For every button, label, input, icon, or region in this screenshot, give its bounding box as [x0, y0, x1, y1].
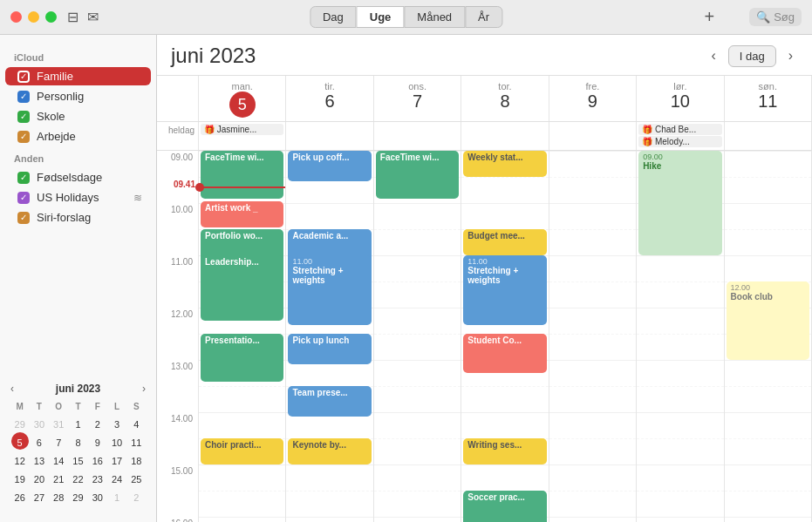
minimize-button[interactable]	[28, 11, 39, 23]
hour-line	[725, 203, 811, 204]
mini-cal-day[interactable]: 8	[69, 432, 86, 450]
event-mon-0[interactable]: FaceTime wi...	[201, 151, 283, 199]
event-mon-5[interactable]: Choir practi...	[201, 438, 283, 464]
mini-cal-day[interactable]: 3	[108, 414, 126, 431]
search-bar[interactable]: 🔍 Søg	[749, 8, 802, 26]
mini-cal-day[interactable]: 29	[11, 414, 29, 431]
allday-cell-tue	[286, 122, 373, 150]
mini-cal-day[interactable]: 9	[89, 432, 106, 450]
half-hour-line	[461, 177, 548, 178]
mini-cal-day[interactable]: 2	[127, 487, 145, 505]
half-hour-line	[549, 229, 636, 230]
sidebar-item-skole[interactable]: ✓ Skole	[5, 107, 151, 125]
event-sat-0[interactable]: 09.00Hike	[638, 151, 721, 255]
titlebar: ⊟ ✉ + Dag Uge Måned År 🔍 Søg	[0, 0, 812, 35]
sidebar-item-familie[interactable]: ✓ Familie	[5, 67, 151, 85]
half-hour-line	[725, 491, 811, 491]
mini-cal-day[interactable]: 23	[89, 469, 106, 486]
mini-cal-day[interactable]: 20	[31, 469, 48, 486]
time-label: 09.00	[157, 151, 199, 203]
mini-cal-day[interactable]: 4	[127, 414, 145, 431]
mini-cal-day[interactable]: 13	[31, 451, 48, 468]
time-label: 11.00	[157, 255, 199, 308]
tab-uge[interactable]: Uge	[357, 6, 405, 28]
day-name-tue: tir.	[290, 81, 369, 92]
mini-cal-day[interactable]: 2	[89, 414, 106, 431]
maximize-button[interactable]	[45, 11, 57, 23]
mini-cal-day[interactable]: 25	[127, 469, 145, 486]
mini-cal-day[interactable]: 22	[69, 469, 86, 486]
tab-aar[interactable]: År	[465, 6, 502, 28]
sidebar-item-personlig[interactable]: ✓ Personlig	[5, 87, 151, 105]
mini-cal-day[interactable]: 12	[11, 451, 29, 468]
event-thu-4[interactable]: Writing ses...	[463, 438, 546, 464]
allday-event-melody[interactable]: 🎁 Melody...	[638, 136, 721, 147]
close-button[interactable]	[10, 11, 22, 23]
mini-cal-day[interactable]: 30	[31, 414, 48, 431]
mini-cal-day[interactable]: 6	[31, 432, 48, 450]
mini-cal-day[interactable]: 27	[31, 487, 48, 505]
hour-line	[549, 360, 636, 361]
mini-cal-day[interactable]: 17	[108, 451, 126, 468]
event-mon-1[interactable]: Artist work _	[201, 201, 283, 227]
event-thu-3[interactable]: Student Co...	[463, 334, 546, 373]
event-thu-5[interactable]: Soccer prac...	[463, 491, 546, 522]
mini-cal-day[interactable]: 26	[11, 487, 29, 505]
mini-cal-day[interactable]: 28	[50, 487, 67, 505]
hour-line	[286, 464, 372, 465]
mini-cal-day[interactable]: 19	[11, 469, 29, 486]
mini-cal-day[interactable]: 1	[69, 414, 86, 431]
event-tue-0[interactable]: Pick up coff...	[288, 151, 371, 181]
mini-cal-day[interactable]: 30	[89, 487, 106, 505]
event-mon-3[interactable]: Leadership...	[201, 255, 283, 321]
mini-cal-day[interactable]: 29	[69, 487, 86, 505]
mini-cal-day[interactable]: 5	[11, 432, 29, 450]
mini-cal-day[interactable]: 15	[69, 451, 86, 468]
mini-cal-day[interactable]: 14	[50, 451, 67, 468]
day-col-wednesday: FaceTime wi...19.00Homework	[374, 151, 461, 522]
mini-cal-next[interactable]: ›	[142, 383, 146, 395]
mini-cal-day[interactable]: 10	[108, 432, 126, 450]
half-hour-line	[374, 438, 461, 439]
event-sun-0[interactable]: 12.00Book club	[727, 281, 809, 360]
sidebar-item-usholidays[interactable]: ✓ US Holidays ≋	[5, 188, 151, 207]
sidebar-item-arbejde[interactable]: ✓ Arbejde	[5, 127, 151, 146]
event-tue-5[interactable]: Keynote by...	[288, 438, 371, 464]
tab-dag[interactable]: Dag	[310, 6, 357, 28]
hour-line	[199, 517, 285, 518]
mini-cal-day[interactable]: 31	[50, 414, 67, 431]
mini-cal-day[interactable]: 7	[50, 432, 67, 450]
event-tue-2[interactable]: 11.00Stretching + weights	[288, 255, 371, 325]
mini-cal-day[interactable]: 24	[108, 469, 126, 486]
sidebar-item-fodselsdage[interactable]: ✓ Fødselsdage	[5, 168, 151, 186]
day-header-tue: tir. 6	[286, 76, 373, 121]
sidebar-item-siriforslag[interactable]: ✓ Siri-forslag	[5, 208, 151, 227]
allday-event-chad[interactable]: 🎁 Chad Be...	[638, 124, 721, 135]
event-thu-0[interactable]: Weekly stat...	[463, 151, 546, 177]
calendar-area: juni 2023 ‹ I dag › man. 5 tir. 6	[157, 35, 812, 522]
half-hour-line	[199, 386, 285, 387]
mini-cal-day[interactable]: 16	[89, 451, 106, 468]
event-thu-1[interactable]: Budget mee...	[463, 229, 546, 255]
mini-cal-day[interactable]: 11	[127, 432, 145, 450]
sidebar-toggle-icon[interactable]: ⊟	[67, 9, 78, 25]
cal-today-btn[interactable]: I dag	[728, 45, 776, 67]
inbox-icon[interactable]: ✉	[87, 9, 99, 25]
event-mon-4[interactable]: Presentatio...	[201, 334, 283, 382]
mini-cal-day[interactable]: 21	[50, 469, 67, 486]
add-event-button[interactable]: +	[704, 7, 714, 27]
mini-cal-day[interactable]: 1	[108, 487, 126, 505]
allday-event-jasmine[interactable]: 🎁 Jasmine...	[201, 124, 283, 135]
time-grid-scroll[interactable]: 09.0010.0011.0012.0013.0014.0015.0016.00…	[157, 151, 812, 522]
cal-next-btn[interactable]: ›	[783, 46, 798, 65]
tab-maaned[interactable]: Måned	[404, 6, 465, 28]
hour-line	[549, 203, 636, 204]
event-thu-2[interactable]: 11.00Stretching + weights	[463, 255, 546, 325]
mini-cal-prev[interactable]: ‹	[10, 383, 14, 395]
event-wed-0[interactable]: FaceTime wi...	[376, 151, 459, 199]
event-tue-4[interactable]: Team prese...	[288, 386, 371, 417]
cal-prev-btn[interactable]: ‹	[706, 46, 720, 65]
event-tue-3[interactable]: Pick up lunch	[288, 334, 371, 364]
mini-cal-day[interactable]: 18	[127, 451, 145, 468]
allday-cell-sat: 🎁 Chad Be... 🎁 Melody...	[637, 122, 724, 150]
